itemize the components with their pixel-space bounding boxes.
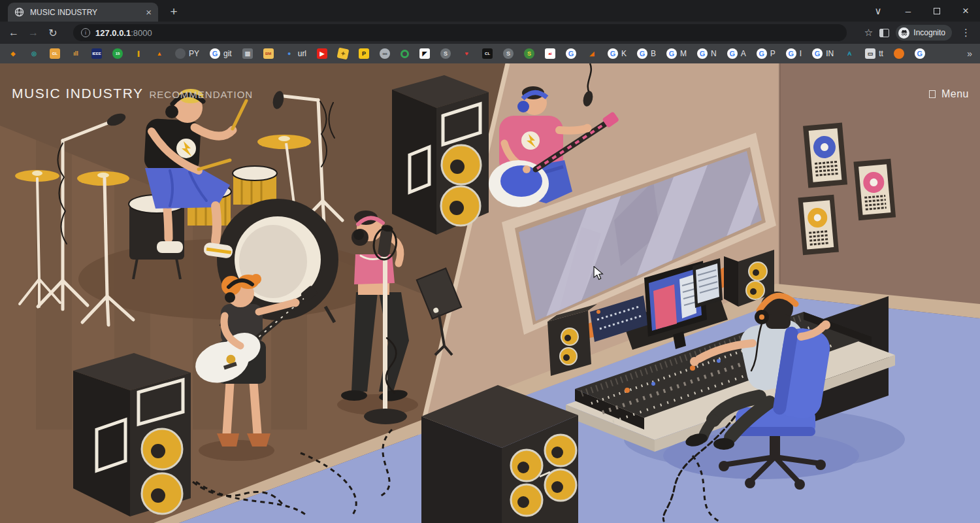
bookmark-item[interactable]: ✦ xyxy=(338,48,348,59)
bookmark-label: tt xyxy=(879,49,883,58)
bookmark-item[interactable]: GK xyxy=(608,48,627,59)
bookmark-item[interactable]: GB xyxy=(637,48,656,59)
minimize-button[interactable]: – xyxy=(894,0,923,22)
back-icon[interactable]: ← xyxy=(4,27,24,39)
forward-icon[interactable]: → xyxy=(24,27,43,39)
tab-close-icon[interactable]: × xyxy=(146,7,152,17)
browser-tab[interactable]: MUSIC INDUSTRY × xyxy=(8,3,158,22)
bookmarks-overflow-icon[interactable]: » xyxy=(967,48,972,59)
incognito-icon xyxy=(898,27,909,39)
url-text[interactable]: 127.0.0.1:8000 xyxy=(95,28,152,38)
bookmark-item[interactable] xyxy=(894,48,904,59)
bookmark-item[interactable]: ♥ xyxy=(461,48,472,59)
bookmark-label: A xyxy=(741,49,746,58)
bookmark-item[interactable]: G xyxy=(566,48,576,59)
bookmark-item[interactable]: G xyxy=(915,48,925,59)
menu-kebab-icon[interactable]: ⋮ xyxy=(958,27,973,39)
bookmark-item[interactable]: ◎ xyxy=(29,48,39,59)
film-icon: ▤ xyxy=(242,48,253,59)
google-icon: G xyxy=(757,48,767,59)
bookmark-item[interactable]: GM xyxy=(666,48,687,59)
tab-search-icon[interactable]: ∨ xyxy=(864,0,892,22)
maximize-button[interactable] xyxy=(923,0,951,22)
site-info-icon[interactable]: i xyxy=(81,28,90,37)
new-tab-button[interactable]: + xyxy=(165,3,183,21)
mouse-cursor xyxy=(593,266,604,280)
google-icon: G xyxy=(608,48,618,59)
bookmark-item[interactable]: GN xyxy=(697,48,717,59)
reload-icon[interactable]: ↻ xyxy=(43,27,63,39)
analytics-bars-icon: ıll xyxy=(71,48,81,59)
s-badge-icon: S xyxy=(503,48,514,59)
bookmark-item[interactable]: ◤ xyxy=(419,48,430,59)
google-icon: G xyxy=(666,48,677,59)
incognito-label: Incognito xyxy=(913,28,945,37)
bookmark-item[interactable]: A xyxy=(844,48,855,59)
bookmark-item[interactable]: ◢ xyxy=(587,48,597,59)
bookmark-item[interactable]: PY xyxy=(175,48,199,59)
bookmark-item[interactable]: ▭tt xyxy=(865,48,883,59)
bookmark-item[interactable]: ●url xyxy=(284,48,306,59)
green-badge-icon: S xyxy=(524,48,534,59)
bookmark-item[interactable]: S xyxy=(503,48,514,59)
green-ring-icon xyxy=(400,50,409,58)
bookmark-item[interactable]: ıll xyxy=(71,48,81,59)
bookmark-item[interactable]: ▶ xyxy=(317,48,327,59)
address-bar[interactable]: i 127.0.0.1:8000 xyxy=(73,24,847,41)
bookmark-label: PY xyxy=(189,49,199,58)
ieee-icon: IEEE xyxy=(91,48,102,59)
menu-button[interactable]: Menu xyxy=(929,88,969,100)
sticker-icon: ✦ xyxy=(337,48,350,60)
bookmark-item[interactable]: S xyxy=(440,48,451,59)
bookmark-item[interactable] xyxy=(400,50,409,58)
bookmark-item[interactable]: ▲ xyxy=(154,48,165,59)
bookmark-item[interactable]: GIN xyxy=(812,48,834,59)
bookmark-item[interactable]: GL xyxy=(50,48,60,59)
bookmark-item[interactable]: S xyxy=(524,48,534,59)
bookmark-item[interactable]: GI xyxy=(786,48,802,59)
bookmark-item[interactable]: CL xyxy=(482,48,493,59)
bookmark-item[interactable]: 15 xyxy=(112,48,123,59)
monitor-icon: ▭ xyxy=(865,48,875,59)
s-badge-icon: S xyxy=(440,48,451,59)
bookmark-item[interactable]: GA xyxy=(727,48,746,59)
bookmark-star-icon[interactable]: ☆ xyxy=(864,27,873,39)
bookmyshow-icon: BM xyxy=(263,48,274,59)
studio-illustration xyxy=(0,63,980,523)
bookmark-item[interactable]: P xyxy=(359,48,369,59)
google-icon: G xyxy=(915,48,925,59)
menu-label: Menu xyxy=(941,88,969,100)
google-icon: G xyxy=(566,48,576,59)
heart-icon: ♥ xyxy=(461,48,472,59)
tall-speaker-top xyxy=(392,75,489,235)
google-icon: G xyxy=(697,48,708,59)
bookmark-label: K xyxy=(621,49,627,58)
matlab-icon: ◢ xyxy=(587,48,597,59)
google-icon: G xyxy=(727,48,738,59)
github-icon xyxy=(175,48,186,59)
bookmark-item[interactable]: ◆ xyxy=(8,48,18,59)
airtel-icon: ai xyxy=(545,48,555,59)
bookmark-item[interactable]: IEEE xyxy=(91,48,102,59)
ring-logo-icon: ◎ xyxy=(29,48,39,59)
close-button[interactable]: × xyxy=(951,0,980,22)
google-icon: G xyxy=(786,48,796,59)
product-hunt-icon: P xyxy=(359,48,369,59)
gitlab-icon: GL xyxy=(50,48,60,59)
bookmark-label: P xyxy=(770,49,776,58)
bookmark-label: git xyxy=(223,49,232,58)
page-subtitle: RECOMMENDATION xyxy=(149,89,253,100)
incognito-glasses-icon: oo xyxy=(380,48,390,59)
side-panel-icon[interactable] xyxy=(879,29,889,37)
bookmark-item[interactable]: ∥ xyxy=(133,48,144,59)
bookmark-label: url xyxy=(298,49,306,58)
incognito-badge: Incognito xyxy=(896,25,952,41)
orange-dot-icon xyxy=(894,48,904,59)
bookmark-item[interactable]: GP xyxy=(757,48,776,59)
bookmark-item[interactable]: ▤ xyxy=(242,48,253,59)
bookmark-item[interactable]: Ggit xyxy=(210,48,232,59)
bookmark-item[interactable]: ai xyxy=(545,48,555,59)
bookmark-item[interactable]: BM xyxy=(263,48,274,59)
google-icon: G xyxy=(637,48,647,59)
bookmark-item[interactable]: oo xyxy=(380,48,390,59)
